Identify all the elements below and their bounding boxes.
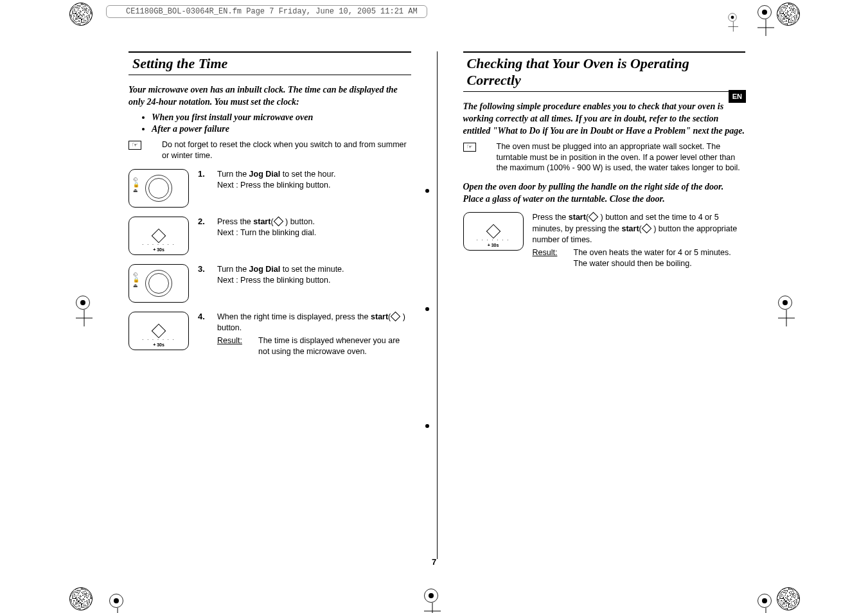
- step-body: Press the start( ) button and set the ti…: [533, 212, 746, 270]
- step-text: Turn the: [217, 265, 249, 274]
- step-text: to set the minute.: [280, 265, 344, 274]
- note-text: The oven must be plugged into an appropr…: [486, 141, 746, 174]
- gutter-dot: [425, 307, 429, 311]
- step-text-bold: Jog Dial: [249, 265, 281, 274]
- step-number: 2.: [198, 217, 208, 226]
- note-row: ☞ Do not forget to reset the clock when …: [128, 139, 411, 161]
- registration-mark: [757, 594, 772, 608]
- plus-30s-label: + 30s: [129, 342, 188, 347]
- intro-text-left: Your microwave oven has an inbuilt clock…: [128, 84, 411, 109]
- step-text: When the right time is displayed, press …: [217, 312, 371, 321]
- step-illustration-start: · · · · · · · + 30s: [463, 212, 524, 251]
- right-column: Checking that Your Oven is Operating Cor…: [463, 51, 746, 559]
- page-header-meta: CE1180GB_BOL-03064R_EN.fm Page 7 Friday,…: [106, 5, 427, 18]
- step-illustration-dial: ⏲🔒⏏: [128, 169, 189, 208]
- bullet-item: After a power failure: [152, 124, 411, 134]
- step-illustration-dial: ⏲🔒⏏: [128, 264, 189, 303]
- gutter-dot: [425, 424, 429, 428]
- registration-starburst: [777, 587, 800, 610]
- plus-30s-label: + 30s: [464, 243, 523, 247]
- step-text-bold: start: [371, 312, 388, 321]
- step-row: · · · · · · · + 30s 4. When the right ti…: [128, 312, 411, 358]
- illus-dots: · · · · · · ·: [129, 337, 188, 342]
- start-diamond-icon: [391, 311, 401, 321]
- note-icon: ☞: [128, 141, 141, 150]
- step-number: 4.: [198, 312, 208, 321]
- registration-mark: [757, 5, 772, 19]
- step-row: ⏲🔒⏏ 3. Turn the Jog Dial to set the minu…: [128, 264, 411, 303]
- result-label: Result:: [533, 247, 567, 270]
- step-row: ⏲🔒⏏ 1. Turn the Jog Dial to set the hour…: [128, 169, 411, 208]
- step-text-bold: start: [569, 213, 586, 222]
- registration-starburst: [777, 3, 800, 26]
- plus-30s-label: + 30s: [129, 247, 188, 252]
- start-diamond-icon: [641, 223, 651, 233]
- section-title-right: Checking that Your Oven is Operating Cor…: [463, 51, 746, 92]
- step-text: Turn the: [217, 170, 249, 179]
- step-body: When the right time is displayed, press …: [217, 312, 411, 358]
- step-text-bold: Jog Dial: [249, 170, 281, 179]
- step-text: ) button.: [283, 217, 315, 226]
- left-column: Setting the Time Your microwave oven has…: [128, 51, 411, 559]
- note-row: ☞ The oven must be plugged into an appro…: [463, 141, 746, 174]
- step-body: Turn the Jog Dial to set the hour. Next …: [217, 169, 411, 191]
- step-illustration-start: · · · · · · · + 30s: [128, 312, 189, 350]
- step-text: to set the hour.: [280, 170, 335, 179]
- result-label: Result:: [217, 335, 252, 358]
- dial-side-icons: ⏲🔒⏏: [133, 272, 139, 289]
- start-diamond-icon: [152, 228, 166, 243]
- registration-mark: [728, 13, 736, 21]
- page-number: 7: [432, 557, 436, 567]
- step-body: Press the start( ) button. Next : Turn t…: [217, 217, 411, 239]
- intro-text-right: The following simple procedure enables y…: [463, 101, 746, 138]
- registration-mark: [109, 594, 123, 608]
- result-text: The time is displayed whenever you are n…: [258, 335, 411, 358]
- registration-mark: [778, 296, 792, 310]
- step-row: · · · · · · · + 30s Press the start( ) b…: [463, 212, 746, 270]
- note-icon: ☞: [463, 143, 476, 152]
- step-text: Next : Press the blinking button.: [217, 181, 330, 190]
- bullet-item: When you first install your microwave ov…: [152, 112, 411, 123]
- note-text: Do not forget to reset the clock when yo…: [152, 139, 411, 161]
- step-text-bold: start: [621, 224, 639, 233]
- step-text: Next : Turn the blinking dial.: [217, 228, 316, 237]
- start-diamond-icon: [152, 323, 166, 338]
- dial-side-icons: ⏲🔒⏏: [133, 177, 139, 194]
- registration-starburst: [69, 587, 93, 610]
- registration-mark: [76, 296, 90, 310]
- section-title-left: Setting the Time: [128, 51, 411, 75]
- illus-dots: · · · · · · ·: [129, 242, 188, 247]
- column-divider: [437, 51, 438, 559]
- instruction-text: Open the oven door by pulling the handle…: [463, 181, 746, 206]
- intro-bullets: When you first install your microwave ov…: [152, 112, 411, 134]
- registration-mark: [424, 589, 438, 603]
- step-body: Turn the Jog Dial to set the minute. Nex…: [217, 264, 411, 287]
- result-text: The oven heats the water for 4 or 5 minu…: [574, 247, 746, 270]
- step-number: 1.: [198, 169, 208, 179]
- start-diamond-icon: [486, 224, 500, 239]
- step-text: Next : Press the blinking button.: [217, 276, 330, 285]
- start-diamond-icon: [589, 212, 599, 222]
- start-diamond-icon: [273, 216, 283, 226]
- illus-dots: · · · · · · ·: [464, 238, 523, 242]
- registration-starburst: [69, 3, 93, 26]
- step-text: Press the: [533, 213, 569, 222]
- step-row: · · · · · · · + 30s 2. Press the start( …: [128, 217, 411, 255]
- step-illustration-start: · · · · · · · + 30s: [128, 217, 189, 255]
- step-text: Press the: [217, 217, 253, 226]
- step-text-bold: start: [253, 217, 270, 226]
- step-number: 3.: [198, 264, 208, 274]
- gutter-dot: [425, 189, 429, 193]
